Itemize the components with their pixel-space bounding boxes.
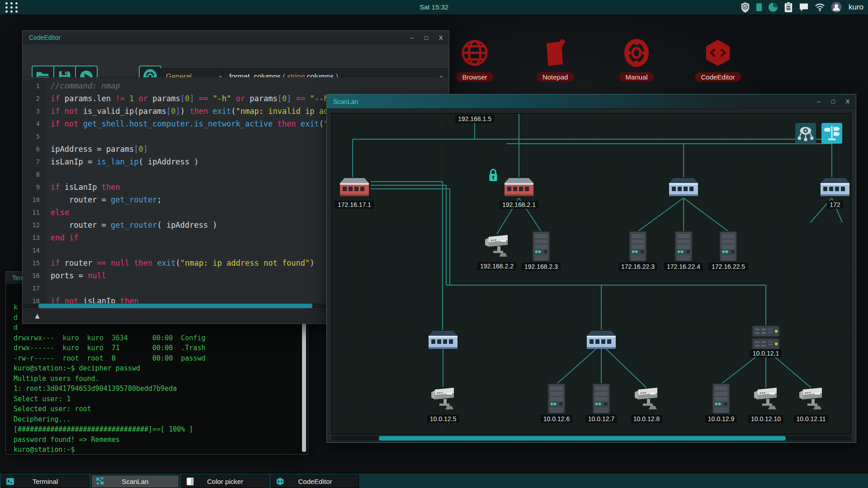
wifi-icon[interactable] <box>815 3 825 11</box>
taskbar-item-color-picker[interactable]: Color picker <box>181 475 269 488</box>
desktop-icon-manual[interactable]: Manual <box>609 39 664 82</box>
terminal-line: -rw-r----- root root 0 00:00 passwd <box>14 353 298 364</box>
map-node-tower[interactable] <box>629 231 647 263</box>
map-node-camera[interactable] <box>484 234 509 259</box>
collapse-up-arrow-icon[interactable]: ▲ <box>33 312 41 321</box>
map-node-tower[interactable] <box>532 231 550 263</box>
line-number: 10 <box>23 193 46 206</box>
desktop-icon-label: Manual <box>619 72 653 82</box>
desktop-icon-browser[interactable]: Browser <box>448 39 502 82</box>
map-node-server[interactable] <box>751 325 780 352</box>
line-number: 7 <box>23 155 46 168</box>
line-number: 18 <box>23 295 46 303</box>
terminal-line: kuro@station:~$ decipher passwd <box>14 363 298 374</box>
code-text: if isLanIp then <box>46 181 120 193</box>
code-editor-toolbar: General ▾ format_columns ( string column… <box>23 44 449 77</box>
code-text: end if <box>46 231 78 244</box>
camera-icon <box>798 387 824 410</box>
terminal-line: [################################]==[ 10… <box>14 424 298 435</box>
clipboard-icon[interactable] <box>784 2 793 13</box>
avatar-icon[interactable] <box>831 2 842 13</box>
network-map[interactable]: 192.168.1.5 172.16.17.1192.168.2.1172192… <box>331 113 851 435</box>
camera-icon <box>484 234 509 258</box>
code-text <box>46 168 51 181</box>
node-ip-label: 172.16.22.5 <box>709 263 748 271</box>
minimize-button[interactable]: – <box>408 34 415 41</box>
map-node-router[interactable] <box>340 177 369 200</box>
bot-tracker-button[interactable] <box>795 123 816 144</box>
code-editor-titlebar[interactable]: CodeEditor – □ X <box>23 31 449 45</box>
desktop-icon-label: Notepad <box>537 72 574 82</box>
map-node-switch[interactable] <box>429 330 458 352</box>
node-ip-label: 192.168.2.1 <box>500 201 538 209</box>
code-text <box>46 244 51 257</box>
map-node-tower[interactable] <box>675 231 693 263</box>
terminal-line: kuro@station:~$ <box>14 445 298 454</box>
taskbar-item-label: Terminal <box>33 478 58 485</box>
map-node-lock[interactable] <box>488 168 499 184</box>
map-node-camera[interactable] <box>753 387 778 412</box>
lock-icon <box>488 168 499 183</box>
line-number: 8 <box>23 168 46 181</box>
terminal-line: Deciphering... <box>14 414 298 425</box>
line-number: 13 <box>23 231 46 244</box>
terminal-line: password found! => Rememes <box>14 435 298 445</box>
code-editor-hscroll-thumb[interactable] <box>38 304 312 308</box>
map-node-switch[interactable] <box>669 177 698 200</box>
switch-icon <box>669 177 698 198</box>
switch-icon <box>587 330 616 351</box>
map-node-switch[interactable] <box>587 330 616 352</box>
shield-icon[interactable] <box>741 2 750 13</box>
tower-icon <box>629 231 647 262</box>
node-ip-label: 10.0.12.7 <box>585 415 617 423</box>
apps-grid-icon[interactable] <box>4 1 18 14</box>
terminal-line: drwxrwx--- kuro kuro 3634 00:00 Config <box>14 333 298 343</box>
scanlan-titlebar[interactable]: ScanLan – □ X <box>327 94 856 109</box>
code-line[interactable]: 1//command: nmap <box>23 80 449 92</box>
chat-icon[interactable] <box>799 3 809 12</box>
code-text <box>46 282 51 295</box>
taskbar-item-label: CodeEditor <box>298 478 332 485</box>
scanlan-window[interactable]: ScanLan – □ X 192.168.1.5 172.16.17.1192… <box>326 94 856 443</box>
pie-icon[interactable] <box>768 2 778 12</box>
node-ip-label: 10.0.12.9 <box>705 415 737 423</box>
map-node-switch[interactable] <box>821 177 849 200</box>
tower-icon <box>719 231 737 262</box>
system-tray: kuro <box>741 0 863 14</box>
taskbar-item-label: ScanLan <box>122 478 148 485</box>
scanlan-hscrollbar[interactable] <box>331 436 851 441</box>
close-button[interactable]: X <box>844 98 851 105</box>
map-node-tower[interactable] <box>592 383 610 416</box>
map-node-camera[interactable] <box>430 387 456 412</box>
close-button[interactable]: X <box>437 34 444 41</box>
battery-icon[interactable] <box>756 2 762 12</box>
map-node-tower[interactable] <box>719 231 737 263</box>
switch-icon <box>429 330 458 351</box>
scanlan-hscroll-thumb[interactable] <box>379 436 786 441</box>
maximize-button[interactable]: □ <box>423 34 430 41</box>
taskbar-item-scanlan[interactable]: ScanLan <box>91 475 179 488</box>
map-node-tower[interactable] <box>712 383 730 416</box>
server-icon <box>751 325 780 350</box>
line-number: 14 <box>23 244 46 257</box>
line-number: 12 <box>23 219 46 231</box>
code-text: if not isLanIp then <box>46 295 139 303</box>
route-signpost-button[interactable] <box>821 123 842 144</box>
taskbar-item-codeeditor[interactable]: CodeEditor <box>271 475 359 488</box>
taskbar-item-terminal[interactable]: Terminal <box>1 475 89 488</box>
map-node-tower[interactable] <box>547 383 566 416</box>
desktop-icon-label: Browser <box>456 72 493 82</box>
term-icon <box>6 477 14 486</box>
map-node-camera[interactable] <box>634 387 659 412</box>
code-text: if router == null then exit("nmap: ip ad… <box>46 257 315 269</box>
map-node-camera[interactable] <box>798 387 824 412</box>
desktop-icon-notepad[interactable]: Notepad <box>528 39 582 82</box>
hexcode-icon <box>704 39 732 67</box>
node-ip-label: 10.0.12.1 <box>750 349 782 357</box>
desktop-icon-codeeditor[interactable]: CodeEditor <box>691 39 745 82</box>
minimize-button[interactable]: – <box>815 98 822 105</box>
map-node-router[interactable] <box>505 177 533 200</box>
terminal-line: Select user: 1 <box>14 394 298 404</box>
maximize-button[interactable]: □ <box>830 98 837 105</box>
camera-icon <box>430 387 456 410</box>
